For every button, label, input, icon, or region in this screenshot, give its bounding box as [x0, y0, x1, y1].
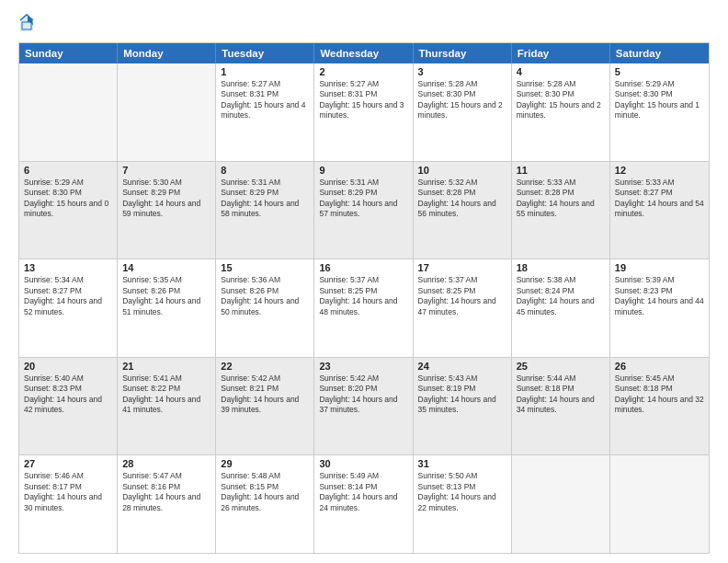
day-number: 14: [122, 262, 210, 273]
day-number: 20: [24, 361, 112, 372]
day-number: 19: [615, 262, 704, 273]
day-cell-30: 30Sunrise: 5:49 AM Sunset: 8:14 PM Dayli…: [314, 455, 413, 553]
logo: [18, 15, 37, 33]
day-cell-29: 29Sunrise: 5:48 AM Sunset: 8:15 PM Dayli…: [216, 455, 314, 553]
day-detail: Sunrise: 5:35 AM Sunset: 8:26 PM Dayligh…: [122, 275, 210, 317]
header: [18, 15, 710, 33]
empty-cell: [19, 63, 118, 161]
day-number: 17: [418, 262, 506, 273]
day-cell-19: 19Sunrise: 5:39 AM Sunset: 8:23 PM Dayli…: [610, 259, 709, 357]
day-number: 29: [221, 458, 309, 469]
day-detail: Sunrise: 5:44 AM Sunset: 8:18 PM Dayligh…: [517, 373, 605, 416]
day-detail: Sunrise: 5:31 AM Sunset: 8:29 PM Dayligh…: [221, 178, 309, 220]
day-number: 21: [122, 361, 210, 372]
day-cell-17: 17Sunrise: 5:37 AM Sunset: 8:25 PM Dayli…: [414, 259, 512, 357]
day-cell-9: 9Sunrise: 5:31 AM Sunset: 8:29 PM Daylig…: [314, 162, 413, 259]
day-number: 15: [221, 262, 309, 273]
day-header-monday: Monday: [118, 43, 216, 63]
day-cell-3: 3Sunrise: 5:28 AM Sunset: 8:30 PM Daylig…: [414, 63, 512, 161]
day-detail: Sunrise: 5:37 AM Sunset: 8:25 PM Dayligh…: [319, 275, 407, 317]
day-number: 24: [418, 361, 506, 372]
day-cell-27: 27Sunrise: 5:46 AM Sunset: 8:17 PM Dayli…: [19, 455, 118, 553]
day-detail: Sunrise: 5:36 AM Sunset: 8:26 PM Dayligh…: [221, 275, 309, 317]
logo-icon: [18, 13, 35, 33]
day-detail: Sunrise: 5:37 AM Sunset: 8:25 PM Dayligh…: [418, 275, 506, 317]
day-header-sunday: Sunday: [19, 43, 118, 63]
day-number: 27: [24, 458, 112, 469]
day-header-friday: Friday: [512, 43, 610, 63]
day-detail: Sunrise: 5:47 AM Sunset: 8:16 PM Dayligh…: [122, 471, 210, 513]
day-cell-5: 5Sunrise: 5:29 AM Sunset: 8:30 PM Daylig…: [610, 63, 709, 161]
day-cell-15: 15Sunrise: 5:36 AM Sunset: 8:26 PM Dayli…: [216, 259, 314, 357]
day-number: 22: [221, 361, 309, 372]
day-header-tuesday: Tuesday: [216, 43, 314, 63]
calendar: SundayMondayTuesdayWednesdayThursdayFrid…: [18, 42, 710, 554]
day-number: 9: [319, 165, 407, 176]
day-cell-11: 11Sunrise: 5:33 AM Sunset: 8:28 PM Dayli…: [512, 162, 610, 259]
empty-cell: [610, 455, 709, 553]
day-cell-2: 2Sunrise: 5:27 AM Sunset: 8:31 PM Daylig…: [314, 63, 413, 161]
day-cell-20: 20Sunrise: 5:40 AM Sunset: 8:23 PM Dayli…: [19, 358, 118, 455]
day-detail: Sunrise: 5:31 AM Sunset: 8:29 PM Dayligh…: [319, 178, 407, 220]
day-detail: Sunrise: 5:29 AM Sunset: 8:30 PM Dayligh…: [24, 178, 112, 220]
day-detail: Sunrise: 5:45 AM Sunset: 8:18 PM Dayligh…: [615, 373, 704, 416]
day-cell-31: 31Sunrise: 5:50 AM Sunset: 8:13 PM Dayli…: [414, 455, 512, 553]
page: SundayMondayTuesdayWednesdayThursdayFrid…: [0, 0, 728, 563]
day-cell-4: 4Sunrise: 5:28 AM Sunset: 8:30 PM Daylig…: [512, 63, 610, 161]
day-cell-23: 23Sunrise: 5:42 AM Sunset: 8:20 PM Dayli…: [314, 358, 413, 455]
day-number: 28: [122, 458, 210, 469]
day-detail: Sunrise: 5:43 AM Sunset: 8:19 PM Dayligh…: [418, 373, 506, 416]
calendar-week-3: 20Sunrise: 5:40 AM Sunset: 8:23 PM Dayli…: [19, 358, 709, 456]
day-detail: Sunrise: 5:41 AM Sunset: 8:22 PM Dayligh…: [122, 373, 210, 416]
day-detail: Sunrise: 5:50 AM Sunset: 8:13 PM Dayligh…: [418, 471, 506, 513]
day-header-saturday: Saturday: [610, 43, 709, 63]
day-number: 25: [517, 361, 605, 372]
day-number: 18: [517, 262, 605, 273]
day-cell-13: 13Sunrise: 5:34 AM Sunset: 8:27 PM Dayli…: [19, 259, 118, 357]
day-detail: Sunrise: 5:49 AM Sunset: 8:14 PM Dayligh…: [319, 471, 407, 513]
day-number: 23: [319, 361, 407, 372]
day-number: 7: [122, 165, 210, 176]
day-number: 6: [24, 165, 112, 176]
day-number: 5: [615, 66, 704, 77]
day-cell-8: 8Sunrise: 5:31 AM Sunset: 8:29 PM Daylig…: [216, 162, 314, 259]
day-detail: Sunrise: 5:29 AM Sunset: 8:30 PM Dayligh…: [615, 79, 704, 121]
day-detail: Sunrise: 5:38 AM Sunset: 8:24 PM Dayligh…: [517, 275, 605, 317]
day-cell-16: 16Sunrise: 5:37 AM Sunset: 8:25 PM Dayli…: [314, 259, 413, 357]
day-number: 30: [319, 458, 407, 469]
day-number: 3: [418, 66, 506, 77]
day-cell-26: 26Sunrise: 5:45 AM Sunset: 8:18 PM Dayli…: [610, 358, 709, 455]
day-detail: Sunrise: 5:46 AM Sunset: 8:17 PM Dayligh…: [24, 471, 112, 513]
day-header-wednesday: Wednesday: [314, 43, 413, 63]
day-detail: Sunrise: 5:34 AM Sunset: 8:27 PM Dayligh…: [24, 275, 112, 317]
day-detail: Sunrise: 5:33 AM Sunset: 8:27 PM Dayligh…: [615, 178, 704, 220]
day-detail: Sunrise: 5:28 AM Sunset: 8:30 PM Dayligh…: [418, 79, 506, 121]
calendar-header: SundayMondayTuesdayWednesdayThursdayFrid…: [19, 43, 709, 63]
day-cell-12: 12Sunrise: 5:33 AM Sunset: 8:27 PM Dayli…: [610, 162, 709, 259]
day-detail: Sunrise: 5:32 AM Sunset: 8:28 PM Dayligh…: [418, 178, 506, 220]
day-number: 8: [221, 165, 309, 176]
empty-cell: [118, 63, 216, 161]
empty-cell: [512, 455, 610, 553]
calendar-week-4: 27Sunrise: 5:46 AM Sunset: 8:17 PM Dayli…: [19, 455, 709, 553]
day-number: 1: [221, 66, 309, 77]
calendar-week-0: 1Sunrise: 5:27 AM Sunset: 8:31 PM Daylig…: [19, 63, 709, 162]
day-number: 12: [615, 165, 704, 176]
day-cell-7: 7Sunrise: 5:30 AM Sunset: 8:29 PM Daylig…: [118, 162, 216, 259]
day-number: 2: [319, 66, 407, 77]
day-number: 13: [24, 262, 112, 273]
day-cell-18: 18Sunrise: 5:38 AM Sunset: 8:24 PM Dayli…: [512, 259, 610, 357]
day-detail: Sunrise: 5:48 AM Sunset: 8:15 PM Dayligh…: [221, 471, 309, 513]
day-header-thursday: Thursday: [414, 43, 512, 63]
day-number: 10: [418, 165, 506, 176]
day-cell-28: 28Sunrise: 5:47 AM Sunset: 8:16 PM Dayli…: [118, 455, 216, 553]
day-detail: Sunrise: 5:33 AM Sunset: 8:28 PM Dayligh…: [517, 178, 605, 220]
day-cell-21: 21Sunrise: 5:41 AM Sunset: 8:22 PM Dayli…: [118, 358, 216, 455]
day-detail: Sunrise: 5:40 AM Sunset: 8:23 PM Dayligh…: [24, 373, 112, 416]
day-number: 16: [319, 262, 407, 273]
day-cell-10: 10Sunrise: 5:32 AM Sunset: 8:28 PM Dayli…: [414, 162, 512, 259]
day-cell-25: 25Sunrise: 5:44 AM Sunset: 8:18 PM Dayli…: [512, 358, 610, 455]
day-detail: Sunrise: 5:42 AM Sunset: 8:21 PM Dayligh…: [221, 373, 309, 416]
day-detail: Sunrise: 5:39 AM Sunset: 8:23 PM Dayligh…: [615, 275, 704, 317]
day-cell-1: 1Sunrise: 5:27 AM Sunset: 8:31 PM Daylig…: [216, 63, 314, 161]
